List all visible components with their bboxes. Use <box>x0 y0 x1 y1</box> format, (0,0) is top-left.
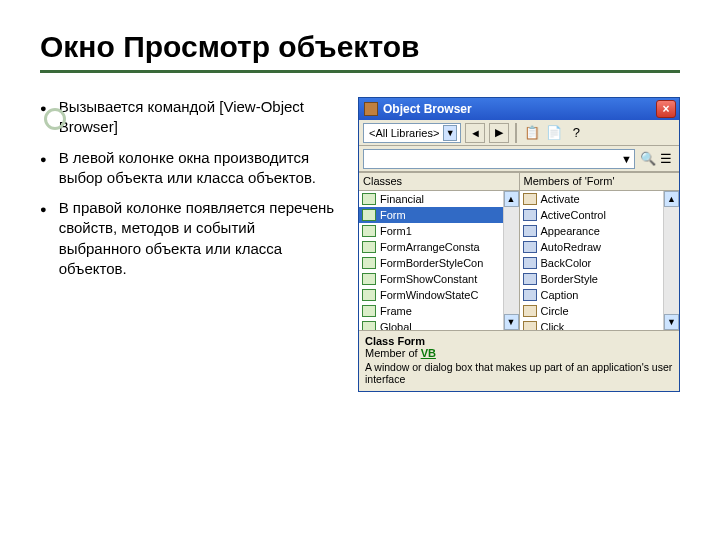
member-row[interactable]: AutoRedraw <box>520 239 680 255</box>
nav-forward-button[interactable]: ▶ <box>489 123 509 143</box>
member-row[interactable]: BackColor <box>520 255 680 271</box>
class-row[interactable]: Form <box>359 207 519 223</box>
window-title: Object Browser <box>383 102 472 116</box>
search-combo[interactable]: ▼ <box>363 149 635 169</box>
library-combo-value: <All Libraries> <box>369 127 439 139</box>
bullet-list: Вызывается командой [View-Object Browser… <box>40 97 340 392</box>
class-row[interactable]: Financial <box>359 191 519 207</box>
slide-title: Окно Просмотр объектов <box>40 30 680 64</box>
class-icon <box>362 225 376 237</box>
class-row[interactable]: Global <box>359 319 519 330</box>
desc-body: A window or dialog box that makes up par… <box>365 361 673 385</box>
binoculars-icon[interactable]: 🔍 <box>639 150 657 168</box>
member-row[interactable]: Circle <box>520 303 680 319</box>
class-icon <box>362 209 376 221</box>
library-combo[interactable]: <All Libraries> ▼ <box>363 123 461 143</box>
member-row[interactable]: Activate <box>520 191 680 207</box>
member-row[interactable]: Caption <box>520 287 680 303</box>
member-row[interactable]: BorderStyle <box>520 271 680 287</box>
classes-pane: Classes Financial Form Form1 FormArrange… <box>359 173 520 330</box>
method-icon <box>523 193 537 205</box>
members-header: Members of 'Form' <box>520 173 680 191</box>
member-row[interactable]: Click <box>520 319 680 330</box>
app-icon <box>364 102 378 116</box>
scrollbar[interactable]: ▲ ▼ <box>503 191 519 330</box>
bullet-item: Вызывается командой [View-Object Browser… <box>59 97 340 138</box>
class-row[interactable]: Frame <box>359 303 519 319</box>
show-search-results-icon[interactable]: ☰ <box>657 150 675 168</box>
copy-icon[interactable]: 📋 <box>523 124 541 142</box>
class-icon <box>362 305 376 317</box>
search-bar: ▼ 🔍 ☰ <box>359 146 679 172</box>
toolbar: <All Libraries> ▼ ◄ ▶ 📋 📄 ? <box>359 120 679 146</box>
property-icon <box>523 257 537 269</box>
member-row[interactable]: ActiveControl <box>520 207 680 223</box>
desc-member-prefix: Member of <box>365 347 421 359</box>
titlebar[interactable]: Object Browser × <box>359 98 679 120</box>
class-icon <box>362 289 376 301</box>
nav-back-button[interactable]: ◄ <box>465 123 485 143</box>
class-icon <box>362 241 376 253</box>
class-icon <box>362 321 376 330</box>
class-row[interactable]: FormArrangeConsta <box>359 239 519 255</box>
description-pane: Class Form Member of VB A window or dial… <box>359 330 679 391</box>
view-definition-icon[interactable]: 📄 <box>545 124 563 142</box>
property-icon <box>523 225 537 237</box>
class-icon <box>362 273 376 285</box>
members-pane: Members of 'Form' Activate ActiveControl… <box>520 173 680 330</box>
help-icon[interactable]: ? <box>567 124 585 142</box>
chevron-down-icon: ▼ <box>621 153 632 165</box>
class-row[interactable]: FormShowConstant <box>359 271 519 287</box>
scroll-up-icon[interactable]: ▲ <box>504 191 519 207</box>
desc-member-link[interactable]: VB <box>421 347 436 359</box>
scroll-down-icon[interactable]: ▼ <box>664 314 679 330</box>
method-icon <box>523 321 537 330</box>
chevron-down-icon: ▼ <box>443 125 457 141</box>
close-button[interactable]: × <box>656 100 676 118</box>
property-icon <box>523 241 537 253</box>
class-icon <box>362 257 376 269</box>
property-icon <box>523 209 537 221</box>
separator <box>515 123 517 143</box>
member-row[interactable]: Appearance <box>520 223 680 239</box>
scrollbar[interactable]: ▲ ▼ <box>663 191 679 330</box>
bullet-item: В правой колонке появляется перечень сво… <box>59 198 340 279</box>
scroll-up-icon[interactable]: ▲ <box>664 191 679 207</box>
property-icon <box>523 273 537 285</box>
class-row[interactable]: Form1 <box>359 223 519 239</box>
object-browser-window: Object Browser × <All Libraries> ▼ ◄ ▶ 📋… <box>358 97 680 392</box>
classes-header: Classes <box>359 173 519 191</box>
class-icon <box>362 193 376 205</box>
accent-circle <box>44 108 66 130</box>
scroll-down-icon[interactable]: ▼ <box>504 314 519 330</box>
bullet-item: В левой колонке окна производится выбор … <box>59 148 340 189</box>
property-icon <box>523 289 537 301</box>
class-row[interactable]: FormWindowStateC <box>359 287 519 303</box>
method-icon <box>523 305 537 317</box>
class-row[interactable]: FormBorderStyleCon <box>359 255 519 271</box>
desc-class: Class Form <box>365 335 673 347</box>
